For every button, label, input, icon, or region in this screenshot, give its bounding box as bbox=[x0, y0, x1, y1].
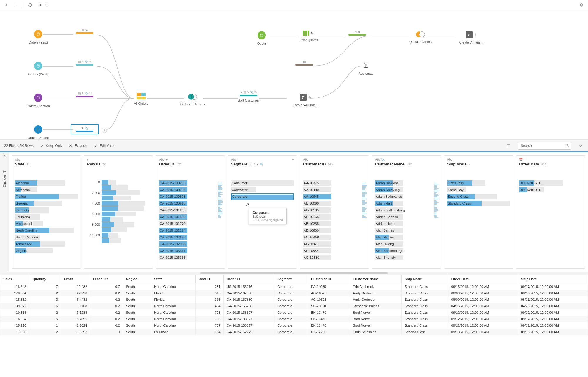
column-header-discount[interactable]: Discount bbox=[90, 275, 123, 283]
histogram-bar[interactable] bbox=[87, 206, 150, 211]
value-item[interactable]: CA-2015-102274 bbox=[159, 227, 222, 234]
value-item[interactable]: AB-10600 bbox=[303, 227, 366, 234]
table-row[interactable]: 15.55235.44320.2SouthFlorida316CA-2015-1… bbox=[0, 296, 588, 303]
value-item[interactable]: Aaron Hawkins bbox=[375, 180, 438, 186]
table-row[interactable]: 11.3625.33920SouthLouisiana764CA-2015-16… bbox=[0, 329, 588, 335]
scrollbar-thumb[interactable] bbox=[200, 272, 388, 274]
view-toggle-icon[interactable] bbox=[505, 142, 512, 149]
table-row[interactable]: 15.21612.28240.2SouthNorth Carolina707CA… bbox=[0, 322, 588, 329]
value-item[interactable]: Aaron Smayling bbox=[375, 187, 438, 193]
value-item[interactable]: AF-10885 bbox=[303, 248, 366, 254]
profile-card-order-id[interactable]: Abc ▼ Order ID 822 CA-2015-100293CA-2015… bbox=[156, 155, 225, 269]
histogram-bar[interactable] bbox=[87, 185, 150, 190]
column-header-profit[interactable]: Profit bbox=[61, 275, 90, 283]
value-item[interactable]: Louisiana bbox=[15, 214, 78, 220]
histogram-bar[interactable] bbox=[87, 196, 150, 200]
value-item[interactable]: AA-10645 bbox=[303, 193, 366, 200]
play-icon[interactable] bbox=[308, 95, 312, 100]
value-item[interactable]: North Carolina bbox=[15, 227, 78, 234]
histogram-bar[interactable] bbox=[87, 217, 150, 222]
value-item[interactable]: Arkansas bbox=[15, 187, 78, 193]
value-item[interactable]: AA-10375 bbox=[303, 180, 366, 186]
node-create-all[interactable]: Create 'All Orde… bbox=[288, 94, 323, 107]
value-item[interactable]: CA-2015-100895 bbox=[159, 193, 222, 200]
forward-icon[interactable] bbox=[12, 1, 19, 9]
histogram-bar[interactable]: 8,000 bbox=[87, 222, 150, 227]
value-item[interactable]: Alabama bbox=[15, 180, 78, 186]
value-item[interactable]: AC-10450 bbox=[303, 234, 366, 240]
value-item[interactable]: AB-10105 bbox=[303, 207, 366, 213]
value-item[interactable]: Alan Barnes bbox=[375, 227, 438, 234]
value-item[interactable]: Adam Hart bbox=[375, 200, 438, 207]
table-row[interactable]: 39.07269.7680.2SouthNorth Carolina404CA-… bbox=[0, 303, 588, 309]
histogram-bar[interactable]: 4,000 bbox=[87, 201, 150, 206]
profile-card-state[interactable]: Abc State 11 AlabamaArkansasFloridaGeorg… bbox=[12, 155, 81, 269]
node-aggregate[interactable]: Σ Aggregate bbox=[348, 61, 384, 75]
step-orders-central[interactable]: ▤✎📎⇅ bbox=[73, 92, 96, 97]
histogram-bar[interactable] bbox=[87, 227, 150, 232]
column-header-order-date[interactable]: Order Date bbox=[448, 275, 518, 283]
value-item[interactable]: Virginia bbox=[15, 248, 78, 254]
table-row[interactable]: 178.384222.2980.2SouthFlorida315CA-2015-… bbox=[0, 290, 588, 296]
table-row[interactable]: 18.6487-12.4320.7SouthNorth Carolina231U… bbox=[0, 283, 588, 290]
node-create-annual[interactable]: Create 'Annual … bbox=[454, 31, 490, 44]
value-item[interactable]: Consumer bbox=[231, 180, 294, 186]
column-header-customer-name[interactable]: Customer Name bbox=[350, 275, 402, 283]
value-item[interactable]: CA-2015-102673 bbox=[159, 234, 222, 240]
horizontal-scrollbar[interactable] bbox=[0, 272, 588, 275]
run-flow-icon[interactable] bbox=[36, 1, 43, 9]
node-quota-orders[interactable]: Quota + Orders bbox=[403, 31, 438, 44]
add-step-button[interactable]: + bbox=[102, 128, 107, 133]
play-icon[interactable] bbox=[475, 33, 478, 37]
value-item[interactable]: Same Day bbox=[447, 187, 510, 193]
value-item[interactable]: AB-10255 bbox=[303, 220, 366, 227]
keep-only-button[interactable]: Keep Only bbox=[39, 143, 62, 148]
node-orders-east[interactable]: Orders (East) bbox=[21, 30, 56, 44]
profile-card-order-date[interactable]: 📅 Order Date 604 01/01/2015, 1…01/01/201… bbox=[516, 155, 585, 269]
profile-card-ship-mode[interactable]: Abc Ship Mode 4 First ClassSame DaySecon… bbox=[444, 155, 513, 269]
step-orders-south-selected[interactable]: ▼📎 bbox=[71, 124, 99, 134]
step-orders-west[interactable]: ▤✎📎⇅ bbox=[73, 60, 96, 66]
flow-canvas[interactable]: Orders (East) ▤⇅ Orders (West) ▤✎📎⇅ Orde… bbox=[0, 10, 588, 139]
back-icon[interactable] bbox=[3, 1, 10, 9]
value-item[interactable]: CA-2015-101770 bbox=[159, 220, 222, 227]
exclude-button[interactable]: Exclude bbox=[68, 143, 87, 148]
histogram-bar[interactable]: 2,000 bbox=[87, 190, 150, 195]
profile-card-customer-id[interactable]: Abc Customer ID 512 AA-10375AA-10480AA-1… bbox=[300, 155, 369, 269]
edit-value-button[interactable]: Edit Value bbox=[93, 143, 116, 148]
run-dropdown-icon[interactable] bbox=[46, 1, 49, 9]
value-item[interactable]: Standard Class bbox=[447, 200, 510, 207]
column-header-customer-id[interactable]: Customer ID bbox=[308, 275, 350, 283]
value-item[interactable]: Alan Schoenberger bbox=[375, 248, 438, 254]
value-item[interactable]: Adam Bellavance bbox=[375, 193, 438, 200]
table-row[interactable]: 10.36823.62880.2SouthNorth Carolina705CA… bbox=[0, 309, 588, 316]
step-quota[interactable]: ✎⇅ bbox=[345, 30, 369, 36]
value-item[interactable]: CA-2015-100706 bbox=[159, 187, 222, 193]
value-item[interactable]: CA-2015-102988 bbox=[159, 241, 222, 247]
value-item[interactable]: Alan Hwang bbox=[375, 241, 438, 247]
value-item[interactable]: CA-2015-101560 bbox=[159, 214, 222, 220]
changes-panel-collapsed[interactable]: Changes (2) bbox=[0, 152, 9, 272]
node-quota[interactable]: Quota bbox=[244, 31, 279, 45]
value-item[interactable]: CA-2015-100916 bbox=[159, 200, 222, 207]
column-header-ship-mode[interactable]: Ship Mode bbox=[402, 275, 448, 283]
value-item[interactable]: AF-10870 bbox=[303, 241, 366, 247]
column-header-segment[interactable]: Segment bbox=[274, 275, 308, 283]
column-header-region[interactable]: Region bbox=[123, 275, 151, 283]
profile-card-segment[interactable]: Abc▾ Segment 3 ⇅ ▾ 🔍 ConsumerContractorC… bbox=[228, 155, 297, 269]
value-item[interactable]: First Class bbox=[447, 180, 510, 186]
search-input[interactable] bbox=[518, 142, 571, 150]
profile-card-customer-name[interactable]: Abc 📎 Customer Name 512 Aaron HawkinsAar… bbox=[372, 155, 441, 269]
value-item[interactable]: Kentucky bbox=[15, 207, 78, 213]
value-item[interactable]: Alan Shonely bbox=[375, 254, 438, 261]
column-header-order-id[interactable]: Order ID bbox=[223, 275, 274, 283]
value-item[interactable]: Adrian Hane bbox=[375, 220, 438, 227]
histogram-bar[interactable]: 0 bbox=[87, 180, 150, 185]
value-item[interactable]: Adrian Bartson bbox=[375, 214, 438, 220]
column-header-state[interactable]: State bbox=[151, 275, 196, 283]
histogram-bar[interactable] bbox=[87, 238, 150, 243]
value-item[interactable]: Alan Haines bbox=[375, 234, 438, 240]
value-item[interactable]: AB-10165 bbox=[303, 214, 366, 220]
value-item[interactable]: CA-2015-101266 bbox=[159, 207, 222, 213]
value-item[interactable]: Florida bbox=[15, 193, 78, 200]
